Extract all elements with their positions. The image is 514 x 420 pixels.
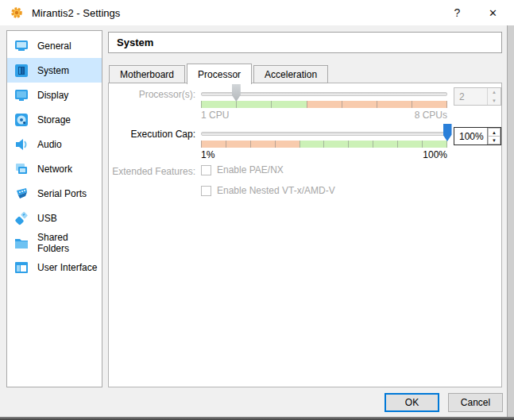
sidebar-item-shared-folders[interactable]: Shared Folders — [7, 230, 102, 255]
execution-cap-spin-up-icon[interactable]: ▲ — [488, 128, 500, 136]
execution-cap-range-peach — [201, 141, 300, 148]
processors-spinbox: 2 ▲ ▼ — [454, 87, 501, 106]
sidebar-item-audio[interactable]: Audio — [7, 132, 102, 156]
sidebar-item-general[interactable]: General — [7, 33, 102, 58]
extended-features-label: Extended Features: — [109, 166, 195, 177]
execution-cap-slider-groove — [201, 132, 447, 136]
enable-nested-vtx-checkbox[interactable] — [201, 186, 211, 196]
window-edge-strip — [507, 25, 514, 417]
processors-max-label: 8 CPUs — [415, 110, 447, 121]
sidebar-item-display[interactable]: Display — [7, 83, 102, 107]
processors-slider-range — [201, 101, 447, 108]
sidebar-item-label: Storage — [37, 114, 71, 125]
enable-pae-nx-checkbox[interactable] — [201, 165, 211, 175]
processors-label: Processor(s): — [109, 89, 195, 100]
sidebar-item-network[interactable]: Network — [7, 156, 102, 181]
execution-cap-spinbox: 100% ▲ ▼ — [454, 127, 501, 145]
execution-cap-slider-handle[interactable] — [443, 124, 452, 141]
general-icon — [14, 38, 29, 54]
usb-icon — [14, 210, 29, 226]
settings-dialog: Mirantis2 - Settings ? ✕ General System — [0, 0, 514, 420]
system-tabs: Motherboard Processor Acceleration — [109, 64, 330, 84]
processors-slider-handle[interactable] — [232, 84, 241, 102]
processors-value[interactable]: 2 — [454, 88, 487, 105]
tab-motherboard[interactable]: Motherboard — [109, 65, 185, 83]
close-button[interactable]: ✕ — [475, 0, 511, 25]
sidebar-item-storage[interactable]: Storage — [7, 107, 102, 132]
processors-min-label: 1 CPU — [201, 110, 229, 121]
sidebar-item-label: Network — [37, 164, 72, 175]
processors-spin-up-icon[interactable]: ▲ — [488, 88, 500, 97]
page-title-box: System — [108, 32, 502, 53]
execution-cap-max-label: 100% — [423, 149, 447, 160]
sidebar-item-label: Display — [37, 90, 68, 101]
processors-spin-down-icon[interactable]: ▼ — [488, 97, 500, 106]
cancel-button[interactable]: Cancel — [448, 393, 503, 412]
execution-cap-label: Execution Cap: — [109, 129, 195, 140]
audio-icon — [14, 137, 29, 152]
enable-pae-nx-row: Enable PAE/NX — [201, 164, 284, 175]
tab-acceleration[interactable]: Acceleration — [253, 65, 328, 83]
processor-tab-panel: Processor(s): 1 CPU 8 CPUs 2 ▲ ▼ Executi… — [108, 83, 502, 387]
sidebar-item-usb[interactable]: USB — [7, 206, 102, 230]
processors-range-green — [201, 101, 307, 108]
help-button[interactable]: ? — [439, 0, 475, 25]
tab-processor[interactable]: Processor — [187, 64, 252, 84]
page-title: System — [117, 37, 153, 48]
execution-cap-slider: 1% 100% — [201, 124, 447, 162]
enable-pae-nx-label: Enable PAE/NX — [217, 164, 284, 175]
execution-cap-range-green — [300, 141, 447, 148]
sidebar-item-label: User Interface — [37, 262, 97, 273]
sidebar-item-user-interface[interactable]: User Interface — [7, 255, 102, 279]
sidebar-item-label: System — [37, 65, 69, 76]
sidebar-item-label: Serial Ports — [37, 188, 87, 199]
sidebar-item-label: General — [37, 40, 71, 52]
processors-slider: 1 CPU 8 CPUs — [201, 84, 447, 122]
sidebar-item-label: Audio — [37, 139, 62, 150]
settings-gear-icon — [10, 6, 23, 19]
enable-nested-vtx-row: Enable Nested VT-x/AMD-V — [201, 185, 335, 196]
enable-nested-vtx-label: Enable Nested VT-x/AMD-V — [217, 185, 335, 196]
user-interface-icon — [14, 260, 29, 276]
storage-icon — [14, 112, 29, 128]
titlebar: Mirantis2 - Settings ? ✕ — [0, 0, 514, 25]
execution-cap-value[interactable]: 100% — [454, 128, 487, 144]
system-icon — [14, 63, 29, 79]
display-icon — [14, 87, 29, 103]
ok-button[interactable]: OK — [385, 393, 439, 412]
sidebar-item-serial-ports[interactable]: Serial Ports — [7, 181, 102, 206]
shared-folders-icon — [14, 235, 29, 251]
sidebar-item-system[interactable]: System — [7, 58, 102, 83]
sidebar-item-label: Shared Folders — [37, 232, 102, 254]
window-title: Mirantis2 - Settings — [32, 0, 120, 25]
execution-cap-slider-range — [201, 141, 447, 148]
network-icon — [14, 161, 29, 177]
execution-cap-min-label: 1% — [201, 149, 214, 160]
sidebar-item-label: USB — [37, 213, 57, 224]
window-bottom-edge — [0, 417, 514, 420]
settings-category-list: General System Display — [6, 30, 102, 387]
execution-cap-spin-down-icon[interactable]: ▼ — [488, 136, 500, 144]
serial-ports-icon — [14, 186, 29, 202]
processors-range-peach — [307, 101, 447, 108]
